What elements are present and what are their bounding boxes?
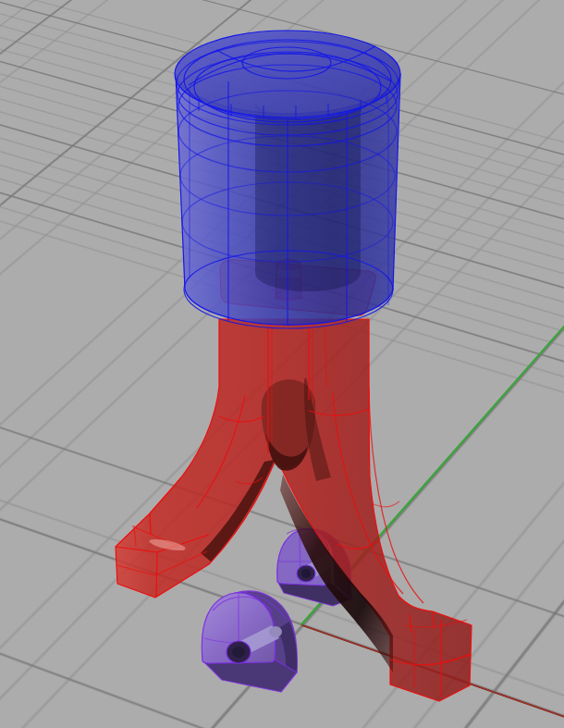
rear-lug-hole-inner: [301, 569, 312, 578]
front-lug-hole-inner: [232, 647, 245, 658]
piston-bore-shadow: [255, 100, 361, 291]
front-lug[interactable]: [202, 591, 297, 692]
viewport[interactable]: [0, 0, 564, 728]
front-lug-base[interactable]: [202, 660, 297, 692]
front-lug-bore-end: [269, 626, 282, 637]
piston[interactable]: [175, 31, 400, 328]
model-canvas[interactable]: [0, 0, 564, 728]
